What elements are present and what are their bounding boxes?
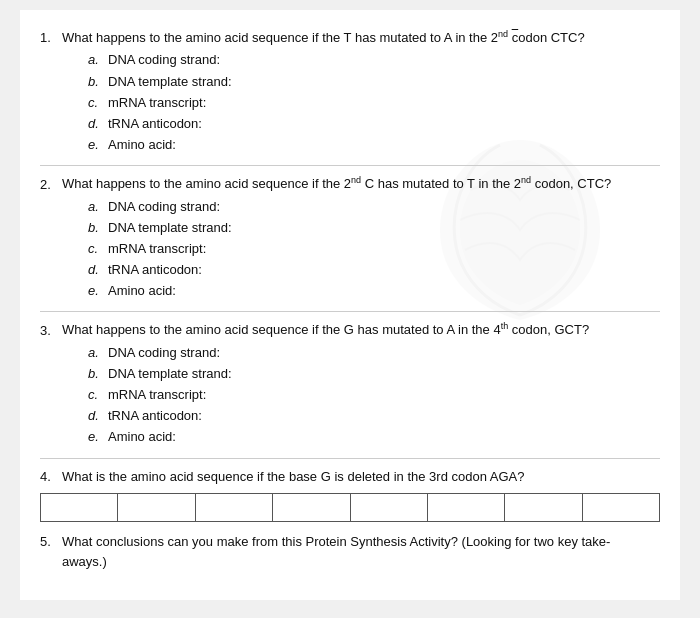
q1-label-e: Amino acid: — [108, 135, 176, 155]
question-4-line: 4. What is the amino acid sequence if th… — [40, 467, 660, 487]
q2-answer-c: c. mRNA transcript: — [88, 239, 660, 259]
table-cell-8[interactable] — [582, 493, 659, 521]
table-cell-4[interactable] — [273, 493, 350, 521]
q3-label-b: DNA template strand: — [108, 364, 232, 384]
question-5-line: 5. What conclusions can you make from th… — [40, 532, 660, 552]
q2-letter-b: b. — [88, 218, 102, 238]
q2-label-e: Amino acid: — [108, 281, 176, 301]
overline-codon-1: c — [512, 30, 519, 45]
table-cell-3[interactable] — [195, 493, 272, 521]
q3-label-a: DNA coding strand: — [108, 343, 220, 363]
q2-answer-d: d. tRNA anticodon: — [88, 260, 660, 280]
q2-label-c: mRNA transcript: — [108, 239, 206, 259]
q2-answer-a: a. DNA coding strand: — [88, 197, 660, 217]
question-5-text-line1: What conclusions can you make from this … — [62, 532, 610, 552]
q1-label-c: mRNA transcript: — [108, 93, 206, 113]
question-1-answers: a. DNA coding strand: b. DNA template st… — [88, 50, 660, 155]
q1-answer-c: c. mRNA transcript: — [88, 93, 660, 113]
question-4-number: 4. — [40, 467, 58, 487]
q3-letter-e: e. — [88, 427, 102, 447]
question-5-number: 5. — [40, 532, 58, 552]
q2-letter-e: e. — [88, 281, 102, 301]
question-2-block: 2. What happens to the amino acid sequen… — [40, 174, 660, 301]
divider-2 — [40, 311, 660, 312]
q1-letter-e: e. — [88, 135, 102, 155]
q3-letter-c: c. — [88, 385, 102, 405]
superscript-nd-1: nd — [498, 29, 508, 39]
superscript-nd-2a: nd — [351, 175, 361, 185]
divider-3 — [40, 458, 660, 459]
q1-letter-c: c. — [88, 93, 102, 113]
table-cell-7[interactable] — [505, 493, 582, 521]
q3-answer-b: b. DNA template strand: — [88, 364, 660, 384]
question-2-text: What happens to the amino acid sequence … — [62, 174, 611, 194]
q2-letter-a: a. — [88, 197, 102, 217]
q1-answer-e: e. Amino acid: — [88, 135, 660, 155]
divider-1 — [40, 165, 660, 166]
question-2-number: 2. — [40, 175, 58, 195]
q2-label-d: tRNA anticodon: — [108, 260, 202, 280]
q2-letter-d: d. — [88, 260, 102, 280]
content-card: 1. What happens to the amino acid sequen… — [20, 10, 680, 600]
q1-label-b: DNA template strand: — [108, 72, 232, 92]
q3-label-c: mRNA transcript: — [108, 385, 206, 405]
question-1-text: What happens to the amino acid sequence … — [62, 28, 585, 48]
question-1-number: 1. — [40, 28, 58, 48]
q3-letter-d: d. — [88, 406, 102, 426]
question-2-answers: a. DNA coding strand: b. DNA template st… — [88, 197, 660, 302]
content-area: 1. What happens to the amino acid sequen… — [40, 28, 660, 572]
q3-label-e: Amino acid: — [108, 427, 176, 447]
table-cell-1[interactable] — [41, 493, 118, 521]
q1-letter-a: a. — [88, 50, 102, 70]
question-3-text: What happens to the amino acid sequence … — [62, 320, 589, 340]
superscript-nd-2b: nd — [521, 175, 531, 185]
q2-label-b: DNA template strand: — [108, 218, 232, 238]
question-4-table — [40, 493, 660, 522]
question-3-number: 3. — [40, 321, 58, 341]
question-1-block: 1. What happens to the amino acid sequen… — [40, 28, 660, 155]
question-4-block: 4. What is the amino acid sequence if th… — [40, 467, 660, 522]
superscript-th-3: th — [501, 321, 509, 331]
question-2-line: 2. What happens to the amino acid sequen… — [40, 174, 660, 194]
q3-letter-b: b. — [88, 364, 102, 384]
question-3-block: 3. What happens to the amino acid sequen… — [40, 320, 660, 447]
q1-answer-a: a. DNA coding strand: — [88, 50, 660, 70]
q3-label-d: tRNA anticodon: — [108, 406, 202, 426]
q1-letter-d: d. — [88, 114, 102, 134]
q1-answer-d: d. tRNA anticodon: — [88, 114, 660, 134]
q2-letter-c: c. — [88, 239, 102, 259]
table-row — [41, 493, 660, 521]
q1-label-a: DNA coding strand: — [108, 50, 220, 70]
table-cell-6[interactable] — [427, 493, 504, 521]
q2-label-a: DNA coding strand: — [108, 197, 220, 217]
q3-answer-e: e. Amino acid: — [88, 427, 660, 447]
q1-letter-b: b. — [88, 72, 102, 92]
question-5-text-line2: aways.) — [62, 552, 660, 572]
question-4-text: What is the amino acid sequence if the b… — [62, 467, 525, 487]
q3-answer-c: c. mRNA transcript: — [88, 385, 660, 405]
question-3-answers: a. DNA coding strand: b. DNA template st… — [88, 343, 660, 448]
q3-letter-a: a. — [88, 343, 102, 363]
q2-answer-e: e. Amino acid: — [88, 281, 660, 301]
q3-answer-d: d. tRNA anticodon: — [88, 406, 660, 426]
question-3-line: 3. What happens to the amino acid sequen… — [40, 320, 660, 340]
page-container: 1. What happens to the amino acid sequen… — [0, 0, 700, 618]
q1-answer-b: b. DNA template strand: — [88, 72, 660, 92]
q2-answer-b: b. DNA template strand: — [88, 218, 660, 238]
question-5-block: 5. What conclusions can you make from th… — [40, 532, 660, 572]
table-cell-2[interactable] — [118, 493, 195, 521]
q3-answer-a: a. DNA coding strand: — [88, 343, 660, 363]
question-1-line: 1. What happens to the amino acid sequen… — [40, 28, 660, 48]
q1-label-d: tRNA anticodon: — [108, 114, 202, 134]
table-cell-5[interactable] — [350, 493, 427, 521]
